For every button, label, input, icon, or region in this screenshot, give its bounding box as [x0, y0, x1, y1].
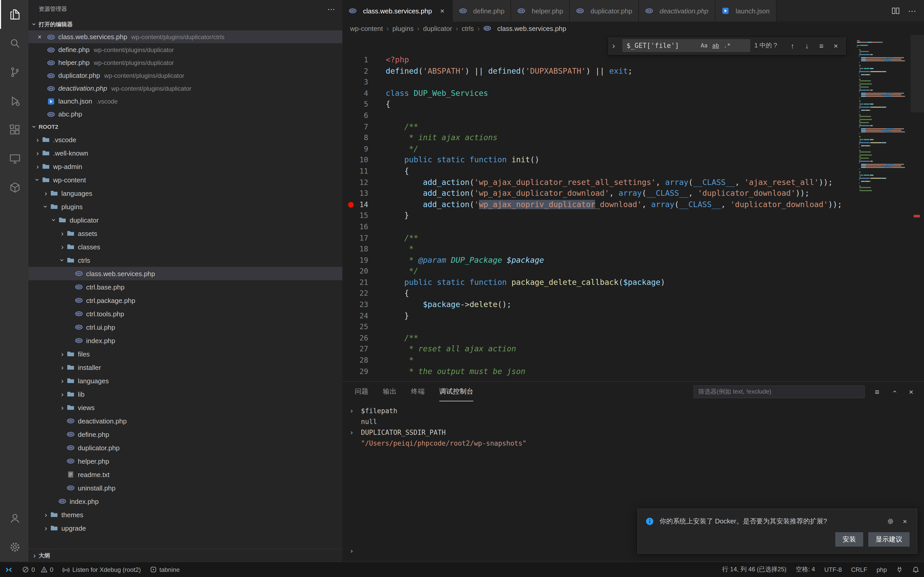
tree-folder-classes[interactable]: ›classes [28, 240, 342, 253]
status-problems[interactable]: 00 [18, 562, 58, 577]
account-icon[interactable] [0, 504, 28, 533]
notification-button-安装[interactable]: 安装 [835, 532, 863, 546]
status-remote[interactable] [0, 562, 18, 577]
line-number[interactable]: 26 [342, 333, 383, 344]
tree-file-deactivation.php[interactable]: deactivation.php [28, 414, 342, 427]
minimap[interactable] [857, 40, 911, 192]
notification-settings-icon[interactable] [886, 518, 895, 525]
tree-file-define.php[interactable]: define.php [28, 427, 342, 441]
tree-file-ctrl.package.php[interactable]: ctrl.package.php [28, 294, 342, 307]
open-editor-item[interactable]: abc.php [28, 108, 342, 121]
regex-icon[interactable]: .* [722, 42, 732, 50]
line-number[interactable]: 6 [342, 110, 383, 121]
notification-close-icon[interactable]: × [900, 517, 909, 525]
tree-folder-wp-admin[interactable]: ›wp-admin [28, 160, 342, 173]
status-xdebug[interactable]: Listen for Xdebug (root2) [58, 562, 146, 577]
tab-deactivation.php[interactable]: deactivation.php [639, 0, 715, 22]
line-number[interactable]: 18 [342, 244, 383, 255]
tree-folder-wp-content[interactable]: ›wp-content [28, 173, 342, 187]
close-icon[interactable]: × [38, 33, 47, 41]
line-number[interactable]: 2 [342, 66, 383, 77]
tree-file-ctrl.tools.php[interactable]: ctrl.tools.php [28, 307, 342, 321]
open-editor-item[interactable]: helper.phpwp-content/plugins/duplicator [28, 56, 342, 69]
breadcrumb-item[interactable]: plugins [393, 24, 414, 32]
panel-close-icon[interactable]: × [906, 387, 916, 396]
open-editor-item[interactable]: ×class.web.services.phpwp-content/plugin… [28, 31, 342, 43]
panel-menu-icon[interactable]: ≡ [872, 387, 882, 396]
editor-gutter[interactable]: 1234567891011121314151617181920212223242… [342, 35, 383, 377]
tree-folder-plugins[interactable]: ›plugins [28, 200, 342, 213]
run-debug-icon[interactable] [0, 87, 28, 115]
open-editor-item[interactable]: launch.json.vscode [28, 95, 342, 108]
search-icon[interactable] [0, 29, 28, 58]
extensions-icon[interactable] [0, 115, 28, 144]
notification-button-显示建议[interactable]: 显示建议 [868, 532, 909, 546]
panel-tab-输出[interactable]: 输出 [383, 382, 396, 401]
panel-tab-调试控制台[interactable]: 调试控制台 [439, 382, 473, 401]
tree-file-ctrl.base.php[interactable]: ctrl.base.php [28, 280, 342, 294]
line-number[interactable]: 24 [342, 310, 383, 321]
status-language-mode[interactable]: php [872, 562, 892, 577]
tab-helper.php[interactable]: helper.php [511, 0, 570, 22]
find-input[interactable] [627, 42, 698, 50]
match-case-icon[interactable]: Aa [699, 42, 709, 50]
tab-class.web.services.php[interactable]: class.web.services.php× [342, 0, 452, 22]
code-editor[interactable]: 1234567891011121314151617181920212223242… [342, 35, 924, 381]
status-cursor-position[interactable]: 行 14, 列 46 (已选择25) [717, 562, 791, 577]
more-actions-icon[interactable]: ⋯ [908, 6, 916, 16]
tree-folder-views[interactable]: ›views [28, 401, 342, 414]
tab-duplicator.php[interactable]: duplicator.php [570, 0, 639, 22]
docker-icon[interactable] [0, 173, 28, 202]
line-number[interactable]: 15 [342, 210, 383, 221]
find-close-icon[interactable]: × [831, 42, 841, 50]
tree-file-class.web.services.php[interactable]: class.web.services.php [28, 267, 342, 280]
find-previous-icon[interactable]: ↑ [787, 42, 798, 50]
tree-folder-assets[interactable]: ›assets [28, 227, 342, 240]
line-number[interactable]: 9 [342, 144, 383, 155]
panel-maximize-icon[interactable]: › [890, 387, 899, 396]
tree-file-ctrl.ui.php[interactable]: ctrl.ui.php [28, 321, 342, 334]
tree-folder-languages[interactable]: ›languages [28, 187, 342, 200]
line-number[interactable]: 27 [342, 344, 383, 355]
tab-define.php[interactable]: define.php [452, 0, 511, 22]
tree-file-index.php[interactable]: index.php [28, 334, 342, 347]
editor-content[interactable]: <?phpdefined('ABSPATH') || defined('DUPX… [386, 35, 856, 377]
line-number[interactable]: 28 [342, 355, 383, 366]
tree-folder-languages[interactable]: ›languages [28, 374, 342, 387]
settings-icon[interactable] [0, 533, 28, 562]
tree-file-index.php[interactable]: index.php [28, 495, 342, 508]
breadcrumb-item[interactable]: wp-content [350, 24, 383, 32]
status-notifications[interactable] [908, 562, 924, 577]
tree-folder-lib[interactable]: ›lib [28, 387, 342, 401]
line-number[interactable]: 7 [342, 121, 383, 132]
whole-word-icon[interactable]: ab [711, 42, 721, 50]
line-number[interactable]: 20 [342, 266, 383, 277]
line-number[interactable]: 29 [342, 366, 383, 377]
breadcrumb-item[interactable]: duplicator [423, 24, 452, 32]
tab-close-icon[interactable]: × [439, 7, 446, 15]
tree-folder-installer[interactable]: ›installer [28, 361, 342, 374]
source-control-icon[interactable] [0, 58, 28, 87]
line-number[interactable]: 3 [342, 77, 383, 88]
status-eol[interactable]: CRLF [846, 562, 872, 577]
tree-folder-files[interactable]: ›files [28, 347, 342, 361]
breadcrumb-item[interactable]: ctrls [462, 24, 474, 32]
line-number[interactable]: 14 [342, 199, 383, 210]
line-number[interactable]: 12 [342, 177, 383, 188]
find-toggle-replace-icon[interactable]: › [609, 37, 618, 54]
line-number[interactable]: 13 [342, 188, 383, 199]
line-number[interactable]: 5 [342, 99, 383, 110]
find-next-icon[interactable]: ↓ [802, 42, 812, 50]
scrollbar-slider[interactable] [911, 35, 924, 112]
tree-folder-.vscode[interactable]: ›.vscode [28, 133, 342, 146]
line-number[interactable]: 4 [342, 88, 383, 99]
panel-tab-终端[interactable]: 终端 [411, 382, 425, 401]
line-number[interactable]: 16 [342, 221, 383, 233]
tree-folder-duplicator[interactable]: ›duplicator [28, 213, 342, 227]
open-editor-item[interactable]: duplicator.phpwp-content/plugins/duplica… [28, 69, 342, 82]
console-filter-input[interactable] [693, 385, 865, 398]
open-editor-item[interactable]: define.phpwp-content/plugins/duplicator [28, 43, 342, 56]
breakpoint-icon[interactable] [348, 202, 354, 207]
root-folder-header[interactable]: › ROOT2 [28, 121, 342, 133]
breadcrumb-item[interactable]: class.web.services.php [483, 24, 566, 32]
